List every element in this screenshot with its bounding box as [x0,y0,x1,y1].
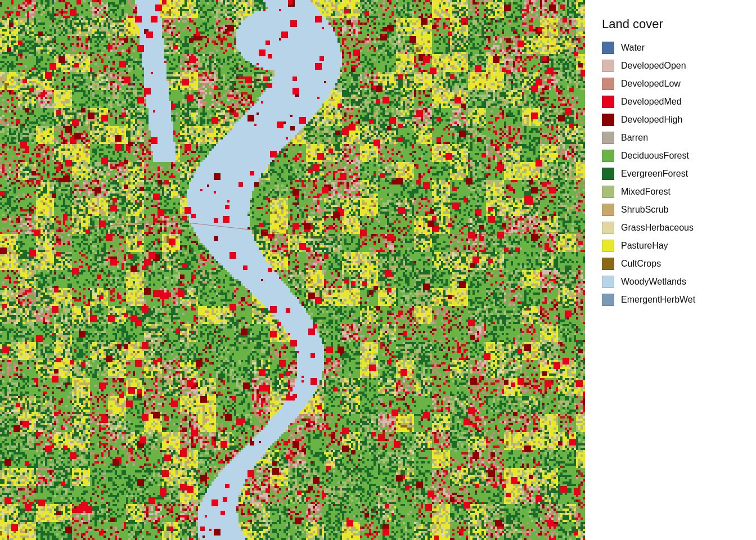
legend-label-developed-med: DevelopedMed [621,97,682,107]
legend-swatch-emergent-herb-wet [602,294,614,306]
legend-swatch-shrub-scrub [602,204,614,216]
legend-title: Land cover [602,17,745,32]
legend-swatch-cult-crops [602,258,614,270]
legend-swatch-deciduous-forest [602,150,614,162]
legend-label-pasture-hay: PastureHay [621,241,668,251]
legend-swatch-developed-low [602,78,614,90]
legend-swatch-developed-med [602,96,614,108]
legend-item-shrub-scrub: ShrubScrub [602,204,745,216]
legend-item-barren: Barren [602,132,745,144]
legend-label-barren: Barren [621,133,648,143]
map-canvas [0,0,585,540]
legend-item-developed-open: DevelopedOpen [602,60,745,72]
legend-label-deciduous-forest: DeciduousForest [621,151,689,161]
legend-label-water: Water [621,43,645,53]
legend-item-grass-herbaceous: GrassHerbaceous [602,222,745,234]
legend-swatch-barren [602,132,614,144]
legend-label-evergreen-forest: EvergreenForest [621,169,688,179]
legend-label-emergent-herb-wet: EmergentHerbWet [621,295,695,305]
legend-item-deciduous-forest: DeciduousForest [602,150,745,162]
legend-swatch-pasture-hay [602,240,614,252]
legend-swatch-developed-open [602,60,614,72]
legend-item-evergreen-forest: EvergreenForest [602,168,745,180]
map-container [0,0,585,540]
legend-item-cult-crops: CultCrops [602,258,745,270]
legend-item-woody-wetlands: WoodyWetlands [602,276,745,288]
legend-item-developed-low: DevelopedLow [602,78,745,90]
legend-label-woody-wetlands: WoodyWetlands [621,277,686,287]
legend-label-developed-high: DevelopedHigh [621,115,682,125]
legend-item-water: Water [602,42,745,54]
legend-item-mixed-forest: MixedForest [602,186,745,198]
legend-item-pasture-hay: PastureHay [602,240,745,252]
legend-label-developed-low: DevelopedLow [621,79,681,89]
legend-item-emergent-herb-wet: EmergentHerbWet [602,294,745,306]
legend-swatch-evergreen-forest [602,168,614,180]
legend-items: WaterDevelopedOpenDevelopedLowDevelopedM… [602,42,745,306]
legend-swatch-water [602,42,614,54]
legend-label-developed-open: DevelopedOpen [621,61,686,71]
legend-panel: Land cover WaterDevelopedOpenDevelopedLo… [585,0,756,540]
legend-item-developed-med: DevelopedMed [602,96,745,108]
legend-label-cult-crops: CultCrops [621,259,661,269]
legend-swatch-grass-herbaceous [602,222,614,234]
legend-label-shrub-scrub: ShrubScrub [621,205,669,215]
legend-swatch-developed-high [602,114,614,126]
legend-label-mixed-forest: MixedForest [621,187,670,197]
legend-item-developed-high: DevelopedHigh [602,114,745,126]
legend-swatch-woody-wetlands [602,276,614,288]
legend-label-grass-herbaceous: GrassHerbaceous [621,223,694,233]
legend-swatch-mixed-forest [602,186,614,198]
